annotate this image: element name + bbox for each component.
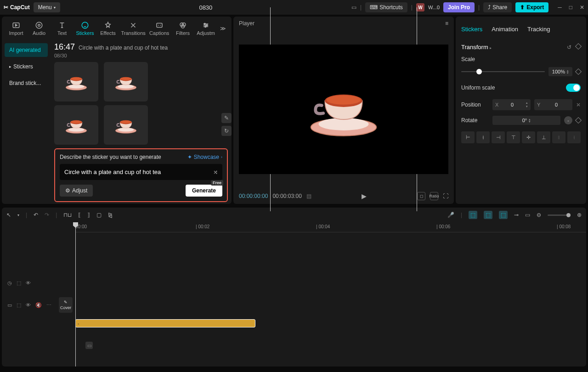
timeline-area: ↖ ▾ | ↶ ↷ | ⊓⊔ ⟦ ⟧ ▢ ⧎ 🎤 | ⬚ ⬚ ⬚ ⊸ ▭ ⊖ ⊕… xyxy=(0,206,588,368)
share-button[interactable]: ⤴ Share xyxy=(483,2,512,12)
clock-icon[interactable]: ◷ xyxy=(7,280,12,286)
video-icon[interactable]: ▭ xyxy=(7,302,12,308)
export-button[interactable]: ⬆ Export xyxy=(515,2,548,12)
zoom-in-icon[interactable]: ⊕ xyxy=(577,212,582,218)
timeline-body[interactable]: 00:00 | 00:02 | 00:04 | 00:06 | 00:08 ◷ … xyxy=(2,222,586,366)
sticker-thumb-2[interactable] xyxy=(104,62,148,101)
split-tool[interactable]: ⊓⊔ xyxy=(63,212,72,218)
align-left[interactable]: ⊢ xyxy=(461,131,475,143)
uniform-scale-toggle[interactable] xyxy=(566,84,581,92)
select-tool[interactable]: ↖ xyxy=(6,212,11,218)
menu-button[interactable]: Menu ▾ xyxy=(34,2,60,12)
position-x-input[interactable]: X0▴▾ xyxy=(492,99,531,110)
crop-icon[interactable]: ◻ xyxy=(417,192,425,200)
sidebar-stickers[interactable]: ▸ Stickers xyxy=(5,60,48,73)
prop-tab-tracking[interactable]: Tracking xyxy=(527,24,550,34)
edit-icon[interactable]: ✎ xyxy=(221,113,232,123)
mute-icon[interactable]: 🔇 xyxy=(35,302,42,308)
cover-button[interactable]: ✎Cover xyxy=(59,297,73,313)
tab-adjust[interactable]: Adjustm xyxy=(195,19,216,38)
keyframe-icon[interactable] xyxy=(575,43,582,49)
undo-button[interactable]: ↶ xyxy=(34,212,38,218)
player-canvas[interactable] xyxy=(239,45,448,174)
sticker-preview[interactable] xyxy=(305,79,383,139)
tab-audio[interactable]: Audio xyxy=(28,19,50,38)
more-tabs-icon[interactable]: ≫ xyxy=(218,25,228,32)
uniform-scale-label: Uniform scale xyxy=(461,85,495,91)
compare-icon[interactable]: ▤ xyxy=(306,193,311,199)
maximize-icon[interactable]: □ xyxy=(569,4,572,11)
align-top[interactable]: ⊤ xyxy=(507,131,520,143)
position-link-icon[interactable]: ⤫ xyxy=(576,101,581,108)
showcase-link[interactable]: ✦ Showcase › xyxy=(187,154,222,160)
prompt-input[interactable]: Circle with a plate and cup of hot tea ⤨ xyxy=(60,164,222,180)
video-clip-placeholder[interactable]: ▭ xyxy=(85,342,93,349)
scale-keyframe-icon[interactable] xyxy=(575,68,582,75)
align-bottom[interactable]: ⊥ xyxy=(537,131,550,143)
sidebar-ai-generated[interactable]: AI generated xyxy=(5,43,48,57)
snap-tool-2[interactable]: ⬚ xyxy=(484,211,492,219)
zoom-slider[interactable] xyxy=(548,214,571,216)
sticker-thumb-4[interactable] xyxy=(104,105,148,145)
eye-icon[interactable]: 👁 xyxy=(26,280,31,286)
align-center-v[interactable]: ✛ xyxy=(522,131,535,143)
magnet-icon[interactable]: ⊸ xyxy=(514,212,519,218)
zoom-out-icon[interactable]: ⊖ xyxy=(537,212,541,218)
refresh-icon[interactable]: ↻ xyxy=(221,126,232,136)
align-center-h[interactable]: ⫲ xyxy=(476,131,490,143)
lock-icon[interactable]: ⬚ xyxy=(17,280,21,286)
position-label: Position xyxy=(461,101,489,108)
prop-tab-animation[interactable]: Animation xyxy=(492,24,518,34)
scale-slider[interactable] xyxy=(461,71,545,72)
delete-tool[interactable]: ▢ xyxy=(96,212,102,218)
position-y-input[interactable]: Y0 xyxy=(534,99,572,110)
mirror-tool[interactable]: ⧎ xyxy=(108,212,113,218)
scale-value[interactable]: 100%▴▾ xyxy=(548,67,572,76)
rotate-dial-icon[interactable]: - xyxy=(564,116,572,124)
more-track-icon[interactable]: ⋯ xyxy=(46,302,51,308)
tab-captions[interactable]: Captions xyxy=(148,19,170,38)
playhead[interactable] xyxy=(75,222,76,366)
generate-button[interactable]: FreeGenerate xyxy=(186,185,222,197)
redo-button[interactable]: ↷ xyxy=(45,212,49,218)
fullscreen-icon[interactable]: ⛶ xyxy=(443,193,448,199)
eye-icon-2[interactable]: 👁 xyxy=(26,302,31,308)
join-pro-button[interactable]: Join Pro xyxy=(443,2,475,12)
align-right[interactable]: ⊣ xyxy=(492,131,505,143)
tab-filters[interactable]: Filters xyxy=(172,19,193,38)
sidebar-brand-stickers[interactable]: Brand stick... xyxy=(5,76,48,90)
sticker-clip[interactable]: - xyxy=(75,319,255,327)
sticker-thumb-1[interactable] xyxy=(54,62,98,101)
preview-icon[interactable]: ▭ xyxy=(525,212,530,218)
reset-icon[interactable]: ↺ xyxy=(567,44,571,51)
user-avatar[interactable]: W xyxy=(416,3,424,11)
prop-tab-stickers[interactable]: Stickers xyxy=(461,24,482,34)
select-dropdown[interactable]: ▾ xyxy=(17,213,19,217)
sticker-thumb-3[interactable] xyxy=(54,105,98,145)
timeline-ruler[interactable]: 00:00 | 00:02 | 00:04 | 00:06 | 00:08 xyxy=(75,222,586,232)
mic-icon[interactable]: 🎤 xyxy=(447,212,454,218)
shuffle-icon[interactable]: ⤨ xyxy=(213,169,218,175)
trim-left-tool[interactable]: ⟦ xyxy=(78,212,81,218)
player-menu-icon[interactable]: ≡ xyxy=(445,20,448,27)
shortcuts-button[interactable]: ⌨ Shortcuts xyxy=(365,2,407,12)
tab-stickers[interactable]: Stickers xyxy=(74,19,96,38)
rotate-keyframe-icon[interactable] xyxy=(575,117,582,124)
tab-text[interactable]: Text xyxy=(51,19,73,38)
play-button[interactable]: ▶ xyxy=(362,192,367,200)
adjust-button[interactable]: ⚙ Adjust xyxy=(60,185,93,197)
ratio-button[interactable]: Ratio xyxy=(430,192,438,200)
minimize-icon[interactable]: ─ xyxy=(558,4,562,11)
snap-tool-3[interactable]: ⬚ xyxy=(499,211,508,219)
scale-label: Scale xyxy=(461,54,581,64)
snap-tool-1[interactable]: ⬚ xyxy=(469,211,477,219)
tab-effects[interactable]: Effects xyxy=(97,19,119,38)
layout-icon[interactable]: ▭ xyxy=(351,4,356,11)
svg-point-6 xyxy=(38,24,40,27)
lock-icon-2[interactable]: ⬚ xyxy=(17,302,21,308)
tab-transitions[interactable]: Transitions xyxy=(120,19,146,38)
tab-import[interactable]: Import xyxy=(6,19,27,38)
rotate-value[interactable]: 0°▴▾ xyxy=(492,116,560,125)
close-icon[interactable]: ✕ xyxy=(580,4,584,11)
trim-right-tool[interactable]: ⟧ xyxy=(87,212,90,218)
